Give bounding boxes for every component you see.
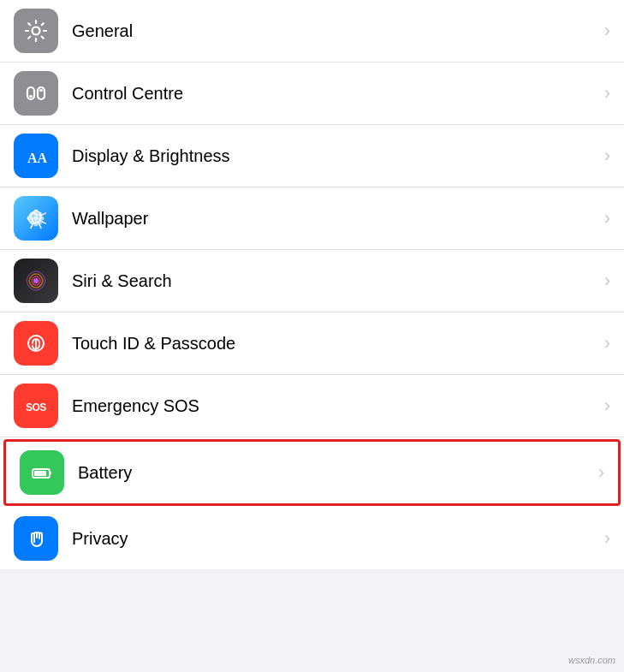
svg-text:SOS: SOS: [26, 401, 46, 413]
control-centre-icon: [14, 71, 58, 116]
control-centre-chevron: ›: [604, 82, 610, 104]
privacy-chevron: ›: [604, 527, 610, 550]
svg-point-15: [33, 278, 39, 283]
display-brightness-label: Display & Brightness: [72, 146, 597, 166]
settings-item-privacy[interactable]: Privacy ›: [0, 508, 624, 569]
svg-text:AA: AA: [27, 151, 48, 165]
svg-point-10: [39, 217, 45, 221]
display-brightness-chevron: ›: [604, 145, 610, 167]
privacy-label: Privacy: [72, 529, 597, 549]
touch-id-icon: [14, 321, 58, 366]
emergency-sos-chevron: ›: [604, 395, 610, 417]
settings-item-wallpaper[interactable]: Wallpaper ›: [0, 187, 624, 250]
settings-list: General › Control Centre › AA Display & …: [0, 0, 624, 569]
svg-point-8: [34, 221, 39, 227]
battery-chevron: ›: [598, 461, 604, 484]
touch-id-label: Touch ID & Passcode: [72, 334, 597, 354]
wallpaper-icon: [14, 196, 58, 241]
general-chevron: ›: [604, 20, 610, 42]
battery-icon: [20, 450, 64, 495]
settings-item-general[interactable]: General ›: [0, 0, 624, 62]
svg-point-0: [33, 27, 40, 35]
wallpaper-label: Wallpaper: [72, 209, 597, 229]
siri-search-chevron: ›: [604, 270, 610, 292]
settings-item-emergency-sos[interactable]: SOS Emergency SOS ›: [0, 375, 624, 437]
touch-id-chevron: ›: [604, 332, 610, 354]
general-label: General: [72, 21, 597, 41]
svg-rect-18: [34, 471, 46, 476]
svg-rect-3: [29, 95, 33, 98]
emergency-sos-label: Emergency SOS: [72, 396, 597, 416]
settings-item-control-centre[interactable]: Control Centre ›: [0, 62, 624, 125]
general-icon: [14, 9, 58, 53]
battery-label: Battery: [78, 463, 591, 483]
control-centre-label: Control Centre: [72, 84, 597, 104]
display-brightness-icon: AA: [14, 134, 58, 178]
svg-point-7: [34, 211, 39, 217]
privacy-icon: [14, 516, 58, 561]
svg-point-9: [28, 217, 34, 221]
settings-item-display-brightness[interactable]: AA Display & Brightness ›: [0, 125, 624, 187]
svg-rect-4: [39, 89, 43, 92]
svg-point-6: [33, 216, 39, 221]
settings-item-touch-id[interactable]: Touch ID & Passcode ›: [0, 312, 624, 375]
siri-search-label: Siri & Search: [72, 271, 597, 291]
settings-item-battery[interactable]: Battery ›: [3, 439, 621, 506]
settings-item-siri-search[interactable]: Siri & Search ›: [0, 250, 624, 312]
wallpaper-chevron: ›: [604, 207, 610, 229]
watermark: wsxdn.com: [568, 655, 615, 665]
siri-search-icon: [14, 259, 58, 303]
emergency-sos-icon: SOS: [14, 384, 58, 428]
